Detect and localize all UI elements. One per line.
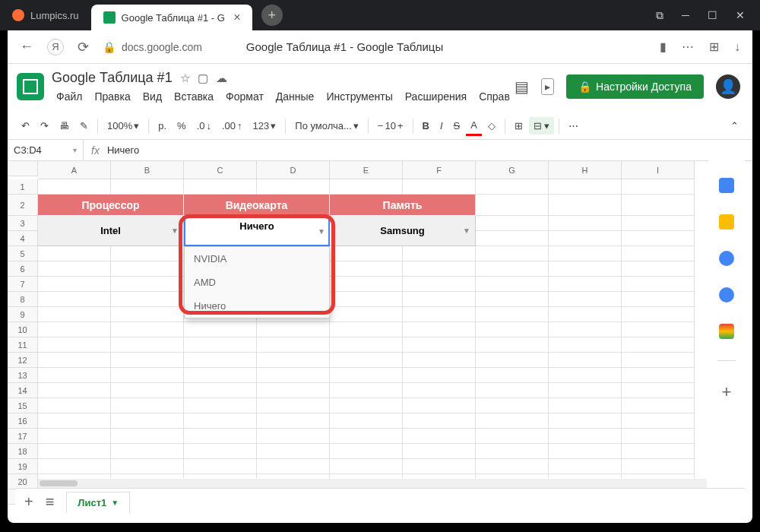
extensions-icon[interactable]: ⊞ xyxy=(709,40,719,54)
cell[interactable] xyxy=(330,277,403,292)
header-videocard[interactable]: Видеокарта xyxy=(184,195,330,216)
cell[interactable] xyxy=(403,179,476,195)
cell[interactable] xyxy=(549,277,622,292)
row-header[interactable]: 16 xyxy=(8,413,38,429)
col-header-d[interactable]: D xyxy=(257,161,330,179)
browser-tab-inactive[interactable]: Lumpics.ru xyxy=(0,0,91,30)
collapse-toolbar-icon[interactable]: ⌃ xyxy=(726,117,743,135)
cell[interactable] xyxy=(622,337,695,353)
row-header[interactable]: 5 xyxy=(8,246,38,261)
browser-tab-active[interactable]: Google Таблица #1 - G × xyxy=(91,5,252,30)
cell[interactable] xyxy=(257,459,330,474)
cell[interactable] xyxy=(330,179,403,195)
present-icon[interactable]: ▸ xyxy=(541,78,554,95)
cell[interactable] xyxy=(476,292,549,307)
row-header[interactable]: 7 xyxy=(8,277,38,292)
col-header-c[interactable]: C xyxy=(184,161,257,179)
more-toolbar-icon[interactable]: ⋯ xyxy=(564,117,583,135)
row-header[interactable]: 13 xyxy=(8,368,38,383)
cell[interactable] xyxy=(184,322,257,337)
cell[interactable] xyxy=(257,398,330,413)
cell[interactable] xyxy=(549,459,622,474)
cell[interactable] xyxy=(476,337,549,353)
yandex-icon[interactable]: Я xyxy=(47,39,64,55)
cell[interactable] xyxy=(403,444,476,459)
cell[interactable] xyxy=(403,429,476,444)
cell[interactable] xyxy=(184,459,257,474)
comments-icon[interactable]: ▤ xyxy=(515,78,529,96)
cell[interactable] xyxy=(111,292,184,307)
sheet-tab[interactable]: Лист1 ▼ xyxy=(66,492,130,513)
menu-view[interactable]: Вид xyxy=(138,89,166,104)
text-color-button[interactable]: A xyxy=(466,116,482,136)
cell[interactable] xyxy=(476,429,549,444)
print-icon[interactable]: 🖶 xyxy=(55,117,74,135)
menu-tools[interactable]: Инструменты xyxy=(321,89,397,104)
percent-button[interactable]: % xyxy=(173,117,191,135)
dropdown-videocard-selected[interactable]: Ничего▼ xyxy=(184,216,330,246)
cell[interactable] xyxy=(403,459,476,474)
cell[interactable] xyxy=(330,322,403,337)
cell[interactable] xyxy=(330,444,403,459)
cell[interactable] xyxy=(38,179,111,195)
minimize-icon[interactable]: ─ xyxy=(682,9,689,22)
dropdown-processor[interactable]: Intel▼ xyxy=(38,216,184,246)
cell[interactable] xyxy=(476,216,549,231)
cell[interactable] xyxy=(549,261,622,277)
cell[interactable] xyxy=(257,429,330,444)
cell[interactable] xyxy=(549,383,622,398)
menu-help[interactable]: Справ xyxy=(474,89,515,104)
undo-icon[interactable]: ↶ xyxy=(17,117,34,135)
cell[interactable] xyxy=(38,459,111,474)
cell[interactable] xyxy=(257,179,330,195)
cell[interactable] xyxy=(330,261,403,277)
col-header-a[interactable]: A xyxy=(38,161,111,179)
fill-color-button[interactable]: ◇ xyxy=(483,117,500,135)
document-title[interactable]: Google Таблица #1 xyxy=(52,70,173,86)
sheets-logo-icon[interactable] xyxy=(17,73,44,100)
cell[interactable] xyxy=(111,459,184,474)
share-button[interactable]: 🔒 Настройки Доступа xyxy=(566,74,704,99)
dropdown-option[interactable]: AMD xyxy=(185,271,329,294)
cell[interactable] xyxy=(257,444,330,459)
cell[interactable] xyxy=(476,413,549,429)
borders-button[interactable]: ⊞ xyxy=(510,117,527,135)
zoom-select[interactable]: 100% ▾ xyxy=(103,117,144,135)
new-tab-button[interactable]: + xyxy=(261,5,283,26)
collections-icon[interactable]: ⧉ xyxy=(656,9,663,22)
cell-reference-input[interactable]: C3:D4▾ xyxy=(8,140,84,160)
cell[interactable] xyxy=(403,322,476,337)
user-avatar[interactable]: 👤 xyxy=(716,74,740,99)
cell[interactable] xyxy=(622,322,695,337)
cell[interactable] xyxy=(403,277,476,292)
cell[interactable] xyxy=(184,444,257,459)
cell[interactable] xyxy=(330,292,403,307)
row-header[interactable]: 15 xyxy=(8,398,38,413)
maps-icon[interactable] xyxy=(719,324,734,339)
cell[interactable] xyxy=(549,322,622,337)
menu-format[interactable]: Формат xyxy=(221,89,268,104)
cell[interactable] xyxy=(111,444,184,459)
cell[interactable] xyxy=(403,413,476,429)
row-header[interactable]: 10 xyxy=(8,322,38,337)
header-memory[interactable]: Память xyxy=(330,195,476,216)
cell[interactable] xyxy=(403,398,476,413)
cell[interactable] xyxy=(622,368,695,383)
cell[interactable] xyxy=(622,459,695,474)
cell[interactable] xyxy=(38,398,111,413)
cell[interactable] xyxy=(184,353,257,368)
cell[interactable] xyxy=(38,444,111,459)
cell[interactable] xyxy=(38,292,111,307)
cell[interactable] xyxy=(111,383,184,398)
row-header[interactable]: 17 xyxy=(8,429,38,444)
close-window-icon[interactable]: ✕ xyxy=(736,9,745,22)
cell[interactable] xyxy=(111,429,184,444)
dropdown-option[interactable]: Ничего xyxy=(185,294,329,318)
bold-button[interactable]: B xyxy=(418,117,434,135)
cell[interactable] xyxy=(549,353,622,368)
row-header[interactable]: 1 xyxy=(8,179,38,195)
star-icon[interactable]: ☆ xyxy=(180,71,190,85)
cell[interactable] xyxy=(549,444,622,459)
row-header[interactable]: 9 xyxy=(8,307,38,322)
cell[interactable] xyxy=(38,261,111,277)
